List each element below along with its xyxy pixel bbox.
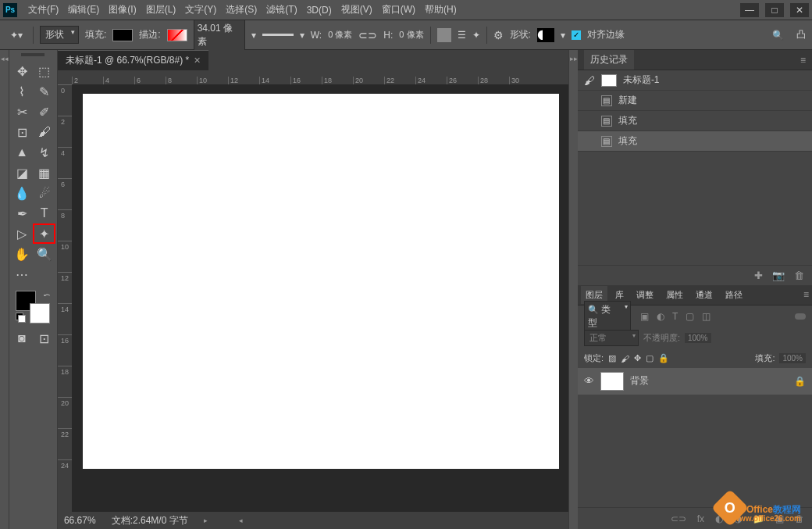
custom-shape-tool-icon[interactable]: ✦▾ [6, 25, 27, 45]
gradient-tool[interactable]: ▦ [33, 163, 55, 183]
lock-transparent-icon[interactable]: ▨ [608, 353, 616, 363]
history-item[interactable]: ▤ 新建 [578, 91, 812, 111]
blend-mode-dropdown[interactable]: 正常 [584, 330, 639, 346]
layer-name[interactable]: 背景 [630, 374, 649, 388]
history-item[interactable]: ▤ 填充 [578, 111, 812, 131]
menu-filter[interactable]: 滤镜(T) [262, 3, 301, 16]
stroke-width-input[interactable]: 34.01 像素 [194, 20, 245, 51]
move-tool[interactable]: ✥ [11, 61, 34, 81]
background-color[interactable] [30, 303, 50, 323]
menu-image[interactable]: 图像(I) [104, 3, 141, 16]
eraser-tool[interactable]: ◪ [11, 163, 34, 183]
window-minimize[interactable]: — [740, 3, 759, 17]
delete-icon[interactable]: 🗑 [794, 270, 804, 281]
dodge-tool[interactable]: ☄ [33, 183, 55, 203]
filter-type-icon[interactable]: T [672, 311, 678, 322]
menu-layer[interactable]: 图层(L) [141, 3, 181, 16]
canvas-area[interactable] [72, 84, 568, 512]
stroke-style-dropdown[interactable] [262, 34, 294, 36]
edit-toolbar[interactable]: ⋯ [11, 264, 34, 284]
filter-type-dropdown[interactable]: 🔍 类型 [584, 301, 631, 332]
canvas[interactable] [83, 94, 559, 469]
menu-file[interactable]: 文件(F) [23, 3, 63, 16]
share-icon[interactable]: 凸 [796, 28, 806, 41]
custom-shape-picker[interactable] [537, 28, 554, 42]
layer-lock-icon[interactable]: 🔒 [794, 376, 806, 387]
path-op-button[interactable] [437, 28, 451, 42]
quick-select-tool[interactable]: ✎ [33, 81, 55, 102]
snapshot-camera-icon[interactable]: 📷 [772, 270, 785, 281]
swap-colors-icon[interactable]: ⤺ [44, 291, 50, 299]
link-layers-icon[interactable]: ⊂⊃ [671, 513, 686, 524]
clone-tool[interactable]: ▲ [11, 142, 34, 163]
toolbox-grip[interactable] [11, 53, 55, 61]
visibility-icon[interactable]: 👁 [584, 375, 594, 387]
align-button[interactable]: ☰ [458, 30, 466, 41]
close-tab-icon[interactable]: ✕ [194, 55, 201, 66]
path-select-tool[interactable]: ▷ [11, 223, 33, 244]
arrange-button[interactable]: ✦ [472, 30, 480, 41]
filter-toggle[interactable] [795, 313, 806, 320]
filter-adjust-icon[interactable]: ◐ [657, 311, 664, 322]
shape-mode-dropdown[interactable]: 形状 [40, 26, 79, 44]
default-colors[interactable] [16, 313, 23, 320]
custom-shape-tool[interactable]: ✦ [33, 223, 55, 244]
menu-type[interactable]: 文字(Y) [180, 3, 221, 16]
link-wh-icon[interactable]: ⊂⊃ [358, 29, 377, 41]
lasso-tool[interactable]: ⌇ [11, 81, 34, 102]
menu-3d[interactable]: 3D(D) [302, 5, 337, 16]
window-maximize[interactable]: □ [765, 3, 784, 17]
menu-edit[interactable]: 编辑(E) [63, 3, 104, 16]
blur-tool[interactable]: 💧 [11, 183, 34, 203]
filter-smart-icon[interactable]: ◫ [702, 311, 710, 322]
history-snapshot[interactable]: 🖌 未标题-1 [578, 70, 812, 91]
menu-help[interactable]: 帮助(H) [420, 3, 461, 16]
fill-opacity-value[interactable]: 100% [779, 353, 806, 363]
zoom-level[interactable]: 66.67% [64, 515, 96, 526]
gear-icon[interactable]: ⚙ [493, 29, 504, 41]
paths-tab[interactable]: 路径 [721, 286, 747, 304]
align-edges-checkbox[interactable]: ✓ [572, 30, 581, 40]
lock-brush-icon[interactable]: 🖌 [621, 354, 629, 363]
window-close[interactable]: ✕ [790, 3, 809, 17]
filter-shape-icon[interactable]: ▢ [686, 311, 694, 322]
marquee-tool[interactable]: ⬚ [33, 61, 55, 81]
width-value[interactable]: 0 像素 [328, 29, 352, 41]
properties-tab[interactable]: 属性 [661, 286, 688, 304]
eyedropper-tool[interactable]: ✐ [33, 102, 55, 122]
adjustments-tab[interactable]: 调整 [632, 286, 658, 304]
search-icon[interactable]: 🔍 [772, 30, 784, 41]
pen-tool[interactable]: ✒ [11, 203, 34, 223]
lock-all-icon[interactable]: 🔒 [658, 353, 669, 363]
height-value[interactable]: 0 像素 [399, 29, 423, 41]
lock-artboard-icon[interactable]: ▢ [646, 353, 654, 363]
panel-menu-icon[interactable]: ≡ [803, 289, 809, 300]
frame-tool[interactable]: ⊡ [11, 122, 34, 142]
scroll-left-icon[interactable]: ◂ [239, 516, 243, 524]
doc-info-arrow[interactable]: ▸ [204, 516, 208, 524]
opacity-value[interactable]: 100% [685, 333, 711, 343]
menu-select[interactable]: 选择(S) [221, 3, 262, 16]
history-tab[interactable]: 历史记录 [584, 50, 634, 70]
quick-mask-tool[interactable]: ◙ [11, 328, 34, 348]
lock-position-icon[interactable]: ✥ [634, 353, 641, 363]
right-collapse-strip[interactable]: ▸▸ [568, 50, 578, 529]
color-swatches[interactable]: ⤺ [16, 291, 55, 323]
filter-pixel-icon[interactable]: ▣ [640, 311, 649, 322]
crop-tool[interactable]: ✂ [11, 102, 34, 122]
channels-tab[interactable]: 通道 [691, 286, 718, 304]
hand-tool[interactable]: ✋ [11, 244, 34, 264]
brush-tool[interactable]: 🖌 [33, 122, 55, 142]
fill-swatch[interactable] [112, 29, 133, 41]
zoom-tool[interactable]: 🔍 [33, 244, 55, 264]
ruler-horizontal[interactable]: 24681012141618202224262830 [58, 70, 568, 84]
layer-thumbnail[interactable] [600, 372, 624, 391]
menu-view[interactable]: 视图(V) [337, 3, 377, 16]
history-item[interactable]: ▤ 填充 [578, 131, 812, 152]
stroke-swatch[interactable] [167, 29, 187, 41]
history-brush-tool[interactable]: ↯ [33, 142, 55, 163]
layer-item[interactable]: 👁 背景 🔒 [578, 368, 812, 395]
panel-menu-icon[interactable]: ≡ [800, 55, 806, 66]
doc-info[interactable]: 文档:2.64M/0 字节 [112, 514, 188, 527]
create-document-icon[interactable]: ✚ [754, 270, 763, 281]
